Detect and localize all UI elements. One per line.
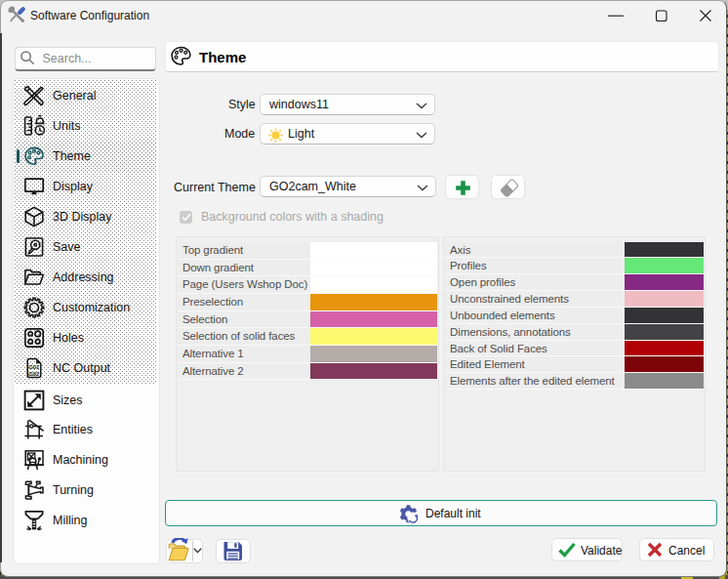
svg-text:G02: G02 [28,371,39,377]
svg-text:G01: G01 [28,365,40,371]
